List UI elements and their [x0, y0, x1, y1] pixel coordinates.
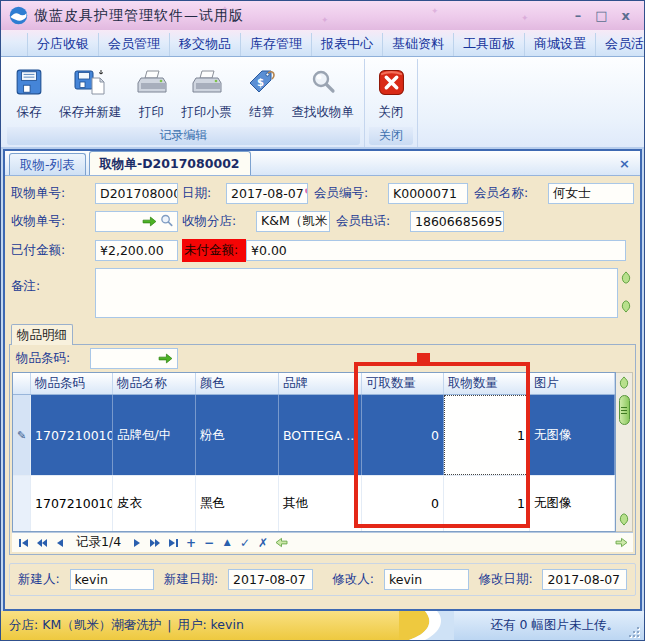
column-header-name[interactable]: 物品名称 [113, 373, 196, 394]
cell-color[interactable]: 粉色 [196, 395, 279, 475]
column-header-brand[interactable]: 品牌 [279, 373, 362, 394]
cell-pickup-qty-editing[interactable]: 1 [444, 395, 530, 475]
find-receipt-button[interactable]: 查找收物单 [286, 61, 361, 124]
nav-prev-icon[interactable] [52, 536, 68, 550]
close-document-icon[interactable]: × [609, 156, 640, 171]
menu-tab-member-activity[interactable]: 会员活动 [596, 33, 645, 56]
close-window-button[interactable]: x [622, 9, 630, 22]
tab-pickup-list[interactable]: 取物-列表 [9, 153, 86, 175]
settle-button[interactable]: $ 结算 [240, 61, 284, 124]
cell-barcode[interactable]: 17072100104 [31, 475, 113, 531]
nav-next-icon[interactable] [129, 536, 145, 550]
cell-image[interactable]: 无图像 [530, 475, 615, 531]
nav-next-page-icon[interactable] [147, 536, 163, 550]
nav-delete-icon[interactable]: − [201, 536, 217, 550]
scroll-down-leaf-icon[interactable] [620, 298, 632, 317]
paid-amount-field[interactable]: ¥2,200.00 [95, 240, 178, 261]
member-no-field[interactable]: K0000071 [388, 183, 468, 204]
table-vertical-scrollbar[interactable] [616, 372, 633, 532]
save-button[interactable]: 保存 [7, 61, 51, 124]
green-arrow-icon[interactable] [158, 353, 173, 364]
menu-tab-reports[interactable]: 报表中心 [312, 33, 383, 56]
cell-name[interactable]: 品牌包/中 [113, 395, 196, 475]
status-upload-info: 还有 0 幅图片未上传。 [491, 617, 619, 634]
scroll-up-leaf-icon[interactable] [620, 269, 632, 288]
save-and-new-button[interactable]: 保存并新建 [53, 61, 128, 124]
status-swoosh-decoration [399, 611, 454, 640]
order-no-field[interactable]: D2017080002 [95, 183, 178, 204]
hscroll-right-leaf-icon[interactable] [613, 536, 629, 550]
nav-cancel-icon[interactable]: ✗ [255, 536, 271, 550]
menu-tab-mall-settings[interactable]: 商城设置 [525, 33, 596, 56]
nav-prev-page-icon[interactable] [34, 536, 50, 550]
cell-image[interactable]: 无图像 [530, 395, 615, 475]
print-receipt-button[interactable]: 打印小票 [176, 61, 238, 124]
column-header-color[interactable]: 颜色 [196, 373, 279, 394]
nav-post-icon[interactable]: ✓ [237, 536, 253, 550]
menu-tab-base-data[interactable]: 基础资料 [383, 33, 454, 56]
create-date-field[interactable]: 2017-08-07 [228, 569, 313, 590]
record-counter: 记录1/4 [70, 534, 127, 551]
print-button[interactable]: 打印 [130, 61, 174, 124]
cell-pickup-qty[interactable]: 1 [444, 475, 530, 531]
window-title: 傲蓝皮具护理管理软件—试用版 [34, 7, 244, 25]
status-separator: | [167, 618, 171, 633]
menu-tab-transfer-items[interactable]: 移交物品 [170, 33, 241, 56]
tab-pickup-order[interactable]: 取物单-D2017080002 [89, 151, 251, 175]
date-field[interactable]: 2017-08-07 [226, 183, 308, 204]
status-user: 用户: kevin [177, 617, 243, 634]
remark-textarea[interactable] [95, 268, 618, 318]
menu-tab-tools[interactable]: 工具面板 [454, 33, 525, 56]
form-row-remark: 备注: [5, 268, 640, 318]
modify-date-field[interactable]: 2017-08-07 [542, 569, 627, 590]
receipt-no-field[interactable] [95, 211, 178, 232]
table-row[interactable]: 17072100104 皮衣 黑色 其他 0 1 无图像 [13, 475, 615, 531]
member-phone-field[interactable]: 18606685695 [410, 211, 504, 232]
table-header-row: 物品条码 物品名称 颜色 品牌 可取数量 取物数量 图片 [13, 373, 615, 395]
table-row-selected[interactable]: ✎ 17072100103 品牌包/中 粉色 BOTTEGA ... 0 1 无… [13, 395, 615, 475]
tab-item-details[interactable]: 物品明细 [11, 324, 73, 345]
menu-tab-member-mgmt[interactable]: 会员管理 [99, 33, 170, 56]
column-header-barcode[interactable]: 物品条码 [31, 373, 113, 394]
cell-brand[interactable]: BOTTEGA ... [279, 395, 362, 475]
nav-last-icon[interactable] [165, 536, 181, 550]
column-header-available-qty[interactable]: 可取数量 [362, 373, 444, 394]
maximize-button[interactable]: □ [595, 9, 607, 22]
resize-grip[interactable] [627, 625, 640, 638]
modifier-field[interactable]: kevin [384, 569, 469, 590]
column-header-pickup-qty[interactable]: 取物数量 [444, 373, 530, 394]
receive-branch-label: 收物分店: [182, 213, 256, 230]
minimize-button[interactable]: – [575, 9, 582, 22]
cell-available-qty[interactable]: 0 [362, 395, 444, 475]
calendar-butterfly-icon[interactable] [304, 186, 308, 201]
menu-tab-branch-cashier[interactable]: 分店收银 [27, 33, 99, 56]
star-decoration: ✦ [431, 6, 439, 16]
cell-brand[interactable]: 其他 [279, 475, 362, 531]
save-and-new-button-label: 保存并新建 [59, 104, 122, 121]
scrollbar-thumb[interactable] [619, 395, 630, 425]
nav-insert-icon[interactable]: + [183, 536, 199, 550]
hscroll-left-leaf-icon[interactable] [273, 536, 289, 550]
menu-tab-inventory[interactable]: 库存管理 [241, 33, 312, 56]
scroll-down-leaf-icon[interactable] [618, 511, 630, 530]
column-header-image[interactable]: 图片 [530, 373, 615, 394]
cell-color[interactable]: 黑色 [196, 475, 279, 531]
search-receipt-icon[interactable] [160, 214, 173, 230]
save-button-label: 保存 [17, 104, 42, 121]
receive-branch-field[interactable]: K&M（凯米）潮 [256, 211, 330, 232]
item-barcode-input[interactable] [90, 348, 178, 369]
row-selector[interactable] [13, 475, 31, 531]
creator-field[interactable]: kevin [70, 569, 155, 590]
member-name-field[interactable]: 何女士 [548, 183, 634, 204]
star-decoration: ✦ [521, 13, 529, 23]
unpaid-amount-field[interactable]: ¥0.00 [246, 240, 626, 261]
cell-barcode[interactable]: 17072100103 [31, 395, 113, 475]
printer-receipt-icon [191, 66, 223, 98]
cell-available-qty[interactable]: 0 [362, 475, 444, 531]
nav-edit-icon[interactable]: ▲ [219, 536, 235, 550]
scroll-up-leaf-icon[interactable] [618, 374, 630, 393]
cell-name[interactable]: 皮衣 [113, 475, 196, 531]
close-form-button[interactable]: 关闭 [369, 61, 413, 124]
nav-first-icon[interactable] [16, 536, 32, 550]
green-arrow-icon[interactable] [142, 216, 157, 227]
